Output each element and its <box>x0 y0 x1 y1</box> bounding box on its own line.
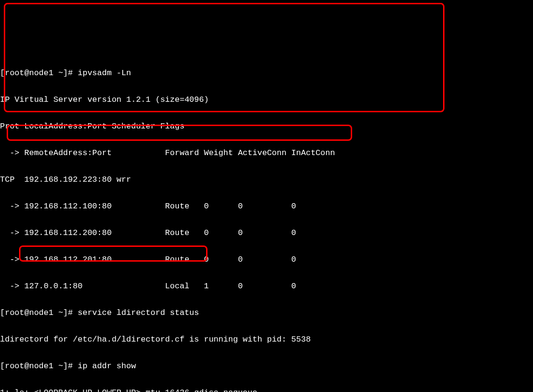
ipvs-real-1: -> 192.168.112.100:80 Route 0 0 0 <box>0 200 533 213</box>
prompt-line-2: [root@node1 ~]# service ldirectord statu… <box>0 306 533 320</box>
ldirectord-status: ldirectord for /etc/ha.d/ldirectord.cf i… <box>0 333 533 346</box>
prompt-line-3: [root@node1 ~]# ip addr show <box>0 360 533 373</box>
prompt-line: [root@node1 ~]# ipvsadm -Ln <box>0 67 533 80</box>
terminal-output[interactable]: [root@node1 ~]# ipvsadm -Ln IP Virtual S… <box>0 53 533 392</box>
ipvs-real-4: -> 127.0.0.1:80 Local 1 0 0 <box>0 280 533 293</box>
ipvs-col-2: -> RemoteAddress:Port Forward Weight Act… <box>0 147 533 160</box>
iface-lo: 1: lo: <LOOPBACK,UP,LOWER_UP> mtu 16436 … <box>0 386 533 392</box>
ipvs-vip: TCP 192.168.192.223:80 wrr <box>0 173 533 186</box>
ipvs-real-2: -> 192.168.112.200:80 Route 0 0 0 <box>0 226 533 240</box>
ipvs-real-3: -> 192.168.112.201:80 Route 0 0 0 <box>0 253 533 266</box>
ipvs-header: IP Virtual Server version 1.2.1 (size=40… <box>0 93 533 107</box>
ipvs-col-1: Prot LocalAddress:Port Scheduler Flags <box>0 120 533 133</box>
